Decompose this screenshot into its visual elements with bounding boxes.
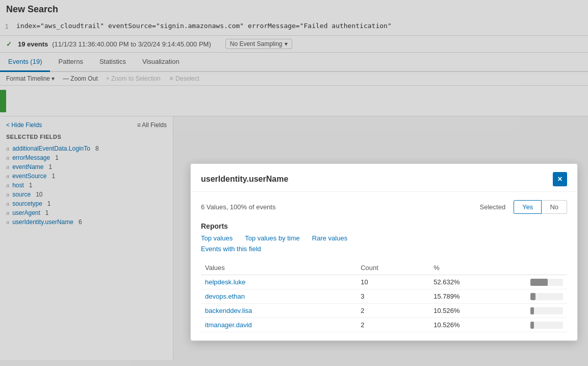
- value-name-cell[interactable]: devops.ethan: [201, 289, 356, 304]
- value-bar-cell: [526, 318, 567, 332]
- yes-button[interactable]: Yes: [514, 200, 542, 214]
- value-count-cell: 10: [356, 275, 429, 289]
- value-count-cell: 3: [356, 289, 429, 304]
- reports-links: Top values Top values by time Rare value…: [201, 234, 567, 242]
- value-name-cell[interactable]: itmanager.david: [201, 318, 356, 332]
- modal-info-row: 6 Values, 100% of events Selected Yes No: [201, 200, 567, 214]
- modal: userIdentity.userName × 6 Values, 100% o…: [190, 163, 578, 341]
- events-with-field-link[interactable]: Events with this field: [201, 245, 261, 253]
- modal-title: userIdentity.userName: [201, 175, 288, 184]
- selected-btn-group: Yes No: [514, 200, 567, 214]
- table-row: devops.ethan 3 15.789%: [201, 289, 567, 304]
- value-bar-cell: [526, 289, 567, 304]
- value-name-cell[interactable]: helpdesk.luke: [201, 275, 356, 289]
- value-count-cell: 2: [356, 304, 429, 318]
- col-header-count: Count: [356, 261, 429, 275]
- top-values-by-time-link[interactable]: Top values by time: [245, 234, 300, 242]
- modal-close-button[interactable]: ×: [553, 172, 567, 186]
- value-percent-cell: 10.526%: [429, 304, 526, 318]
- value-percent-cell: 10.526%: [429, 318, 526, 332]
- modal-body: 6 Values, 100% of events Selected Yes No…: [191, 192, 577, 340]
- value-count-cell: 2: [356, 318, 429, 332]
- value-name-cell[interactable]: backenddev.lisa: [201, 304, 356, 318]
- value-percent-cell: 52.632%: [429, 275, 526, 289]
- col-header-percent: %: [429, 261, 526, 275]
- table-row: backenddev.lisa 2 10.526%: [201, 304, 567, 318]
- modal-overlay: userIdentity.userName × 6 Values, 100% o…: [0, 0, 588, 360]
- table-row: helpdesk.luke 10 52.632%: [201, 275, 567, 289]
- modal-header: userIdentity.userName ×: [191, 164, 577, 192]
- reports-title: Reports: [201, 222, 567, 230]
- rare-values-link[interactable]: Rare values: [312, 234, 347, 242]
- table-row: itmanager.david 2 10.526%: [201, 318, 567, 332]
- value-bar-cell: [526, 304, 567, 318]
- top-values-link[interactable]: Top values: [201, 234, 233, 242]
- no-button[interactable]: No: [542, 200, 567, 214]
- selected-label: Selected: [480, 203, 506, 211]
- values-table: Values Count % helpdesk.luke 10 52.632% …: [201, 261, 567, 332]
- value-bar-cell: [526, 275, 567, 289]
- value-percent-cell: 15.789%: [429, 289, 526, 304]
- modal-info-text: 6 Values, 100% of events: [201, 203, 275, 211]
- col-header-values: Values: [201, 261, 356, 275]
- col-header-bar: [526, 261, 567, 275]
- reports-section: Reports Top values Top values by time Ra…: [201, 222, 567, 253]
